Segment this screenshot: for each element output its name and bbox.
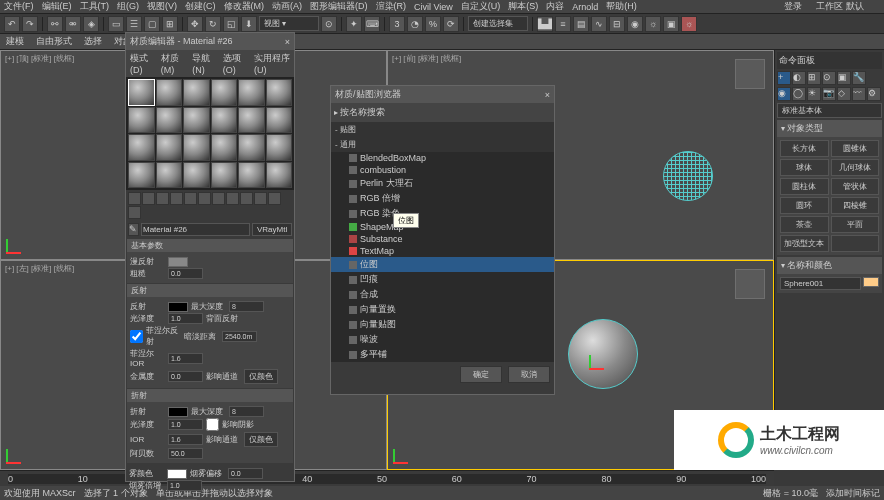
select-rect-icon[interactable]: ▢ [144,16,160,32]
make-unique-icon[interactable] [198,192,211,205]
plane-button[interactable]: 平面 [831,216,880,233]
material-slot[interactable] [128,134,155,161]
gloss-spinner[interactable]: 1.0 [168,313,203,324]
material-editor-icon[interactable]: ◉ [627,16,643,32]
material-slot[interactable] [266,162,293,189]
put-material-icon[interactable] [142,192,155,205]
motion-tab-icon[interactable]: ⊙ [822,71,836,85]
map-item[interactable]: combustion [331,164,554,176]
curve-editor-icon[interactable]: ∿ [591,16,607,32]
create-tab-icon[interactable]: + [777,71,791,85]
systems-icon[interactable]: ⚙ [867,87,881,101]
r-gloss-spinner[interactable]: 1.0 [168,419,203,430]
close-icon[interactable]: × [545,90,550,100]
ok-button[interactable]: 确定 [460,366,502,383]
spinner-snap-icon[interactable]: ⟳ [443,16,459,32]
material-slot[interactable] [156,107,183,134]
snap-icon[interactable]: 3 [389,16,405,32]
render-frame-icon[interactable]: ▣ [663,16,679,32]
material-slot[interactable] [211,107,238,134]
rollup-refract-header[interactable]: 折射 [127,389,293,402]
map-item[interactable]: 合成 [331,287,554,302]
object-name-input[interactable] [780,277,861,290]
render-setup-icon[interactable]: ☼ [645,16,661,32]
affect-dropdown[interactable]: 仅颜色 [244,369,278,384]
mat-menu-nav[interactable]: 导航(N) [192,52,215,75]
show-result-icon[interactable] [254,192,267,205]
menu-view[interactable]: 视图(V) [147,0,177,13]
map-list[interactable]: - 贴图 - 通用 BlendedBoxMap combustion Perli… [331,122,554,362]
material-slot[interactable] [183,162,210,189]
menu-edit[interactable]: 编辑(E) [42,0,72,13]
ribbon-tab-modeling[interactable]: 建模 [6,35,24,48]
fog-mult-spinner[interactable]: 1.0 [167,480,202,491]
menu-civil[interactable]: Civil View [414,2,453,12]
put-library-icon[interactable] [212,192,225,205]
pivot-icon[interactable]: ⊙ [321,16,337,32]
mat-menu-mode[interactable]: 模式(D) [130,52,153,75]
pyramid-button[interactable]: 四棱锥 [831,197,880,214]
scale-icon[interactable]: ◱ [223,16,239,32]
cylinder-button[interactable]: 圆柱体 [780,178,829,195]
abbe-spinner[interactable]: 50.0 [168,448,203,459]
ribbon-tab-freeform[interactable]: 自由形式 [36,35,72,48]
named-sel-dropdown[interactable]: 创建选择集 [468,16,528,31]
ior-spinner[interactable]: 1.6 [168,353,203,364]
move-icon[interactable]: ✥ [187,16,203,32]
assign-material-icon[interactable] [156,192,169,205]
percent-snap-icon[interactable]: % [425,16,441,32]
mirror-icon[interactable]: ▙▟ [537,16,553,32]
menu-animation[interactable]: 动画(A) [272,0,302,13]
map-item-bitmap[interactable]: 位图 [331,257,554,272]
r-max-depth-spinner[interactable]: 8 [229,406,264,417]
sphere-wireframe[interactable] [663,151,713,201]
fresnel-checkbox[interactable] [130,330,143,343]
menu-help[interactable]: 帮助(H) [606,0,637,13]
map-cat-maps[interactable]: - 贴图 [331,122,554,137]
material-name-input[interactable] [141,223,250,236]
undo-icon[interactable]: ↶ [4,16,20,32]
material-slot[interactable] [266,107,293,134]
mat-menu-options[interactable]: 选项(O) [223,52,246,75]
close-icon[interactable]: × [285,37,290,47]
link-icon[interactable]: ⚯ [47,16,63,32]
map-item[interactable]: Perlin 大理石 [331,176,554,191]
gizmo-icon[interactable] [589,340,619,370]
show-map-icon[interactable] [240,192,253,205]
material-slot[interactable] [211,162,238,189]
menu-custom[interactable]: 自定义(U) [461,0,501,13]
get-material-icon[interactable] [128,192,141,205]
menu-arnold[interactable]: Arnold [572,2,598,12]
refract-swatch[interactable] [168,407,188,417]
go-sibling-icon[interactable] [128,206,141,219]
go-parent-icon[interactable] [268,192,281,205]
ref-coord-dropdown[interactable]: 视图 ▾ [259,16,319,31]
unlink-icon[interactable]: ⚮ [65,16,81,32]
map-item[interactable]: 多平铺 [331,347,554,362]
fog-swatch[interactable] [167,469,187,479]
material-slot[interactable] [156,79,183,106]
workspace-dropdown[interactable]: 工作区 默认 [816,0,864,13]
make-copy-icon[interactable] [184,192,197,205]
menu-group[interactable]: 组(G) [117,0,139,13]
map-search-label[interactable]: 按名称搜索 [340,107,385,117]
diffuse-swatch[interactable] [168,257,188,267]
reset-map-icon[interactable] [170,192,183,205]
material-slot[interactable] [183,107,210,134]
map-item[interactable]: 向量置换 [331,302,554,317]
material-id-icon[interactable] [226,192,239,205]
hierarchy-tab-icon[interactable]: ⊞ [807,71,821,85]
material-slot[interactable] [238,134,265,161]
mat-menu-util[interactable]: 实用程序(U) [254,52,290,75]
material-slot[interactable] [238,162,265,189]
ribbon-tab-select[interactable]: 选择 [84,35,102,48]
metal-spinner[interactable]: 0.0 [168,371,203,382]
lights-icon[interactable]: ☀ [807,87,821,101]
schematic-icon[interactable]: ⊟ [609,16,625,32]
mat-menu-material[interactable]: 材质(M) [161,52,184,75]
fog-bias-spinner[interactable]: 0.0 [228,468,263,479]
viewcube-icon[interactable] [735,269,765,299]
cone-button[interactable]: 圆锥体 [831,140,880,157]
box-button[interactable]: 长方体 [780,140,829,157]
place-icon[interactable]: ⬇ [241,16,257,32]
